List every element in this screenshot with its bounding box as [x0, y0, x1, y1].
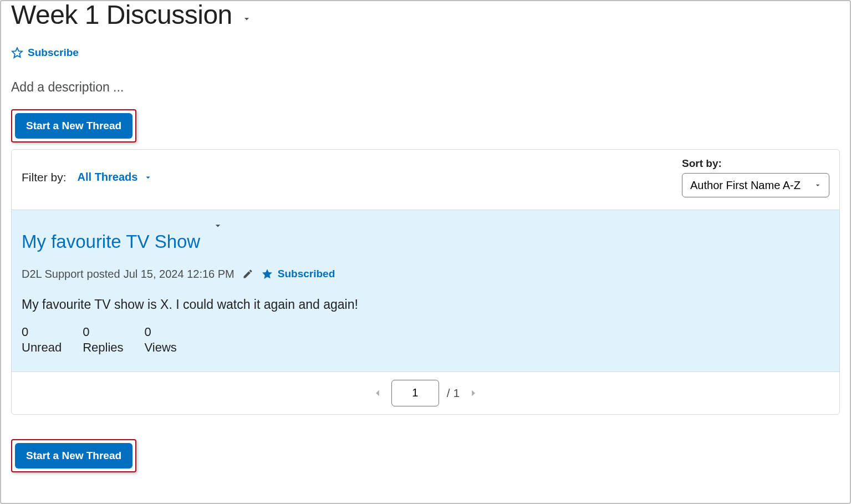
sort-label: Sort by: [682, 157, 722, 170]
thread-meta: D2L Support posted Jul 15, 2024 12:16 PM… [22, 268, 829, 281]
page-next-icon[interactable] [467, 387, 480, 399]
highlight-annotation-top: Start a New Thread [11, 109, 136, 142]
thread-panel: Filter by: All Threads Sort by: Author F… [11, 149, 840, 415]
stat-unread: 0 Unread [22, 324, 62, 356]
thread-body: My favourite TV show is X. I could watch… [22, 297, 829, 312]
stat-replies-count: 0 [83, 324, 123, 340]
filter-label: Filter by: [22, 171, 67, 184]
stat-unread-count: 0 [22, 324, 62, 340]
thread-item: My favourite TV Show D2L Support posted … [12, 210, 839, 371]
thread-posted-at: Jul 15, 2024 12:16 PM [124, 268, 235, 281]
description-placeholder[interactable]: Add a description ... [11, 80, 840, 95]
subscribe-link[interactable]: Subscribe [28, 47, 79, 59]
page-input[interactable] [391, 380, 439, 406]
sort-group: Sort by: Author First Name A-Z [682, 157, 829, 197]
stat-views-count: 0 [145, 324, 177, 340]
stat-replies-label: Replies [83, 340, 123, 356]
highlight-annotation-bottom: Start a New Thread [11, 439, 136, 472]
sort-select[interactable]: Author First Name A-Z [682, 173, 829, 197]
thread-author: D2L Support [22, 268, 84, 281]
subscribed-badge[interactable]: Subscribed [261, 268, 335, 280]
page-title: Week 1 Discussion [11, 0, 232, 31]
thread-dropdown-icon[interactable] [212, 220, 223, 235]
panel-header: Filter by: All Threads Sort by: Author F… [12, 150, 839, 210]
pagination: / 1 [12, 371, 839, 414]
pencil-icon[interactable] [242, 268, 253, 279]
stat-unread-label: Unread [22, 340, 62, 356]
chevron-down-icon [143, 172, 153, 182]
title-dropdown-icon[interactable] [241, 13, 252, 28]
page-total-value: 1 [453, 386, 460, 399]
page-prev-icon[interactable] [371, 387, 384, 399]
subscribed-label: Subscribed [278, 268, 335, 280]
thread-stats: 0 Unread 0 Replies 0 Views [22, 324, 829, 356]
filter-group: Filter by: All Threads [22, 171, 153, 184]
start-new-thread-button-bottom[interactable]: Start a New Thread [15, 443, 133, 469]
stat-replies: 0 Replies [83, 324, 123, 356]
page-total: / 1 [447, 386, 460, 400]
stat-views-label: Views [145, 340, 177, 356]
page-separator: / [447, 386, 450, 399]
stat-views: 0 Views [145, 324, 177, 356]
filter-value: All Threads [78, 171, 138, 184]
star-outline-icon[interactable] [11, 47, 23, 59]
star-filled-icon [261, 268, 273, 280]
thread-posted-verb: posted [87, 268, 120, 281]
filter-dropdown[interactable]: All Threads [78, 171, 154, 184]
thread-title-link[interactable]: My favourite TV Show [22, 231, 200, 252]
start-new-thread-button-top[interactable]: Start a New Thread [15, 113, 133, 139]
